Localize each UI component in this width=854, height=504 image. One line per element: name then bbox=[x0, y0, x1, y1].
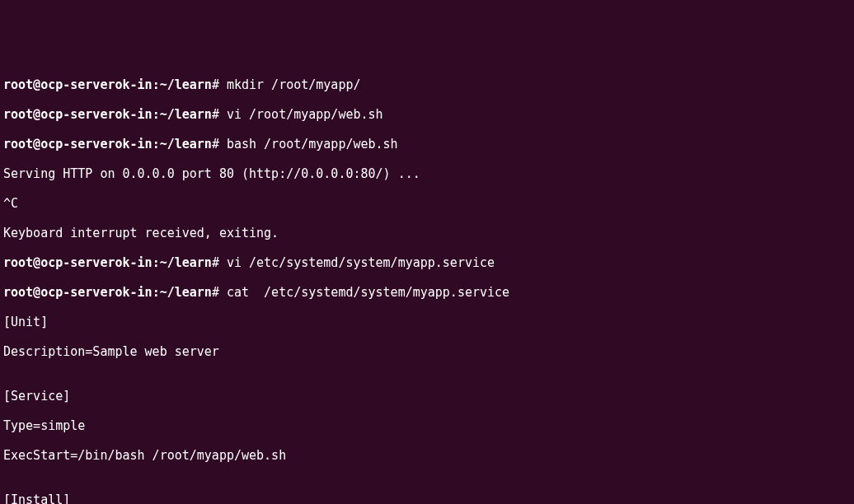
output-line: [Install] bbox=[3, 492, 851, 504]
terminal-line: root@ocp-serverok-in:~/learn# cat /etc/s… bbox=[3, 285, 851, 300]
terminal-line: root@ocp-serverok-in:~/learn# bash /root… bbox=[3, 137, 851, 152]
output-line: Type=simple bbox=[3, 418, 851, 433]
output-line: ExecStart=/bin/bash /root/myapp/web.sh bbox=[3, 448, 851, 463]
output-line: [Service] bbox=[3, 389, 851, 404]
output-line: [Unit] bbox=[3, 315, 851, 329]
output-line: Serving HTTP on 0.0.0.0 port 80 (http://… bbox=[3, 166, 851, 181]
command: vi /root/myapp/web.sh bbox=[227, 107, 383, 122]
terminal-line: root@ocp-serverok-in:~/learn# vi /root/m… bbox=[3, 107, 851, 122]
terminal-line: root@ocp-serverok-in:~/learn# mkdir /roo… bbox=[3, 77, 851, 92]
command: mkdir /root/myapp/ bbox=[227, 77, 361, 92]
terminal-line: root@ocp-serverok-in:~/learn# vi /etc/sy… bbox=[3, 255, 851, 270]
output-line: Description=Sample web server bbox=[3, 344, 851, 359]
command: cat /etc/systemd/system/myapp.service bbox=[227, 285, 509, 300]
output-line: Keyboard interrupt received, exiting. bbox=[3, 226, 851, 240]
terminal[interactable]: root@ocp-serverok-in:~/learn# mkdir /roo… bbox=[3, 63, 851, 504]
prompt-userhost: root@ocp-serverok-in bbox=[3, 77, 152, 92]
command: bash /root/myapp/web.sh bbox=[227, 137, 398, 152]
output-line: ^C bbox=[3, 196, 851, 211]
command: vi /etc/systemd/system/myapp.service bbox=[227, 255, 495, 270]
prompt-path: ~/learn bbox=[160, 77, 212, 92]
